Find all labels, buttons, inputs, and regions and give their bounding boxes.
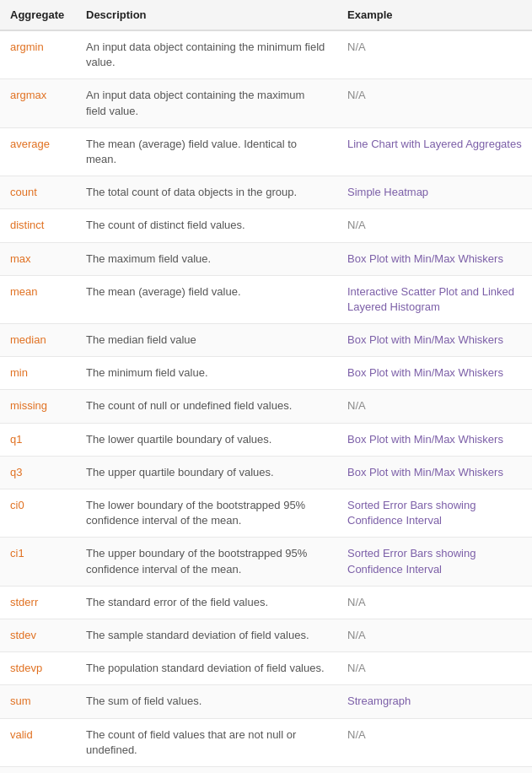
cell-example: N/A: [337, 652, 532, 685]
cell-description: The lower quartile boundary of values.: [76, 423, 337, 456]
cell-description: The mean (average) field value.: [76, 275, 337, 323]
cell-example[interactable]: Box Plot with Min/Max Whiskers: [337, 357, 532, 390]
example-link[interactable]: Simple Heatmap: [347, 186, 428, 198]
cell-example: N/A: [337, 209, 532, 242]
cell-aggregate: count: [0, 176, 76, 209]
example-link[interactable]: Sorted Error Bars showing Confidence Int…: [347, 547, 476, 575]
table-row: sumThe sum of field values.Streamgraph: [0, 685, 532, 718]
cell-description: The upper quartile boundary of values.: [76, 456, 337, 489]
cell-description: The count of field values that are not n…: [76, 718, 337, 766]
cell-example[interactable]: Line Chart with Layered Aggregates: [337, 127, 532, 176]
cell-aggregate: mean: [0, 275, 76, 323]
cell-example[interactable]: Box Plot with Min/Max Whiskers: [337, 324, 532, 357]
table-row: values??N/A: [0, 766, 532, 773]
cell-aggregate: median: [0, 324, 76, 357]
table-row: maxThe maximum field value.Box Plot with…: [0, 242, 532, 275]
cell-aggregate: q1: [0, 423, 76, 456]
table-row: q1The lower quartile boundary of values.…: [0, 423, 532, 456]
example-link[interactable]: Interactive Scatter Plot and Linked Laye…: [347, 285, 514, 313]
cell-example: N/A: [337, 766, 532, 773]
cell-description: An input data object containing the mini…: [76, 30, 337, 79]
example-link[interactable]: Box Plot with Min/Max Whiskers: [347, 252, 503, 265]
example-link[interactable]: Box Plot with Min/Max Whiskers: [347, 333, 503, 346]
header-aggregate: Aggregate: [0, 0, 76, 30]
cell-aggregate: valid: [0, 718, 76, 766]
cell-description: ??: [76, 766, 337, 773]
cell-aggregate: average: [0, 127, 76, 176]
example-link[interactable]: Sorted Error Bars showing Confidence Int…: [347, 499, 476, 527]
cell-example[interactable]: Box Plot with Min/Max Whiskers: [337, 456, 532, 489]
cell-aggregate: ci1: [0, 538, 76, 586]
cell-example[interactable]: Sorted Error Bars showing Confidence Int…: [337, 538, 532, 586]
cell-description: An input data object containing the maxi…: [76, 79, 337, 127]
cell-example: N/A: [337, 30, 532, 79]
cell-aggregate: values: [0, 766, 76, 773]
cell-description: The standard error of the field values.: [76, 586, 337, 619]
cell-example: N/A: [337, 619, 532, 651]
table-row: minThe minimum field value.Box Plot with…: [0, 357, 532, 390]
example-link[interactable]: Box Plot with Min/Max Whiskers: [347, 366, 503, 379]
cell-aggregate: stdev: [0, 619, 76, 651]
table-row: meanThe mean (average) field value.Inter…: [0, 275, 532, 323]
cell-description: The population standard deviation of fie…: [76, 652, 337, 685]
table-row: medianThe median field valueBox Plot wit…: [0, 324, 532, 357]
table-row: missingThe count of null or undefined fi…: [0, 390, 532, 423]
cell-aggregate: sum: [0, 685, 76, 718]
table-row: ci0The lower boundary of the bootstrappe…: [0, 489, 532, 538]
cell-example[interactable]: Box Plot with Min/Max Whiskers: [337, 423, 532, 456]
cell-aggregate: max: [0, 242, 76, 275]
cell-description: The sum of field values.: [76, 685, 337, 718]
table-row: stdevThe sample standard deviation of fi…: [0, 619, 532, 651]
table-row: ci1The upper boundary of the bootstrappe…: [0, 538, 532, 586]
cell-description: The maximum field value.: [76, 242, 337, 275]
cell-example[interactable]: Streamgraph: [337, 685, 532, 718]
cell-description: The sample standard deviation of field v…: [76, 619, 337, 651]
cell-description: The lower boundary of the bootstrapped 9…: [76, 489, 337, 538]
cell-aggregate: stderr: [0, 586, 76, 619]
table-row: averageThe mean (average) field value. I…: [0, 127, 532, 176]
cell-aggregate: ci0: [0, 489, 76, 538]
header-description: Description: [76, 0, 337, 30]
table-row: q3The upper quartile boundary of values.…: [0, 456, 532, 489]
table-header-row: Aggregate Description Example: [0, 0, 532, 30]
aggregates-table: Aggregate Description Example argminAn i…: [0, 0, 532, 773]
cell-description: The median field value: [76, 324, 337, 357]
cell-aggregate: argmax: [0, 79, 76, 127]
cell-example: N/A: [337, 79, 532, 127]
cell-aggregate: stdevp: [0, 652, 76, 685]
cell-example[interactable]: Interactive Scatter Plot and Linked Laye…: [337, 275, 532, 323]
cell-example: N/A: [337, 390, 532, 423]
cell-description: The count of null or undefined field val…: [76, 390, 337, 423]
example-link[interactable]: Box Plot with Min/Max Whiskers: [347, 433, 503, 446]
cell-example[interactable]: Sorted Error Bars showing Confidence Int…: [337, 489, 532, 538]
table-row: distinctThe count of distinct field valu…: [0, 209, 532, 242]
cell-example: N/A: [337, 586, 532, 619]
cell-aggregate: min: [0, 357, 76, 390]
cell-example[interactable]: Box Plot with Min/Max Whiskers: [337, 242, 532, 275]
table-row: stderrThe standard error of the field va…: [0, 586, 532, 619]
table-row: argmaxAn input data object containing th…: [0, 79, 532, 127]
cell-aggregate: missing: [0, 390, 76, 423]
cell-example: N/A: [337, 718, 532, 766]
table-row: argminAn input data object containing th…: [0, 30, 532, 79]
cell-description: The total count of data objects in the g…: [76, 176, 337, 209]
header-example: Example: [337, 0, 532, 30]
cell-aggregate: q3: [0, 456, 76, 489]
cell-description: The minimum field value.: [76, 357, 337, 390]
example-link[interactable]: Line Chart with Layered Aggregates: [347, 138, 522, 150]
cell-example[interactable]: Simple Heatmap: [337, 176, 532, 209]
cell-description: The mean (average) field value. Identica…: [76, 127, 337, 176]
table-row: countThe total count of data objects in …: [0, 176, 532, 209]
example-link[interactable]: Box Plot with Min/Max Whiskers: [347, 466, 503, 478]
example-link[interactable]: Streamgraph: [347, 695, 411, 707]
cell-aggregate: distinct: [0, 209, 76, 242]
table-row: stdevpThe population standard deviation …: [0, 652, 532, 685]
cell-description: The upper boundary of the bootstrapped 9…: [76, 538, 337, 586]
table-row: validThe count of field values that are …: [0, 718, 532, 766]
cell-aggregate: argmin: [0, 30, 76, 79]
cell-description: The count of distinct field values.: [76, 209, 337, 242]
